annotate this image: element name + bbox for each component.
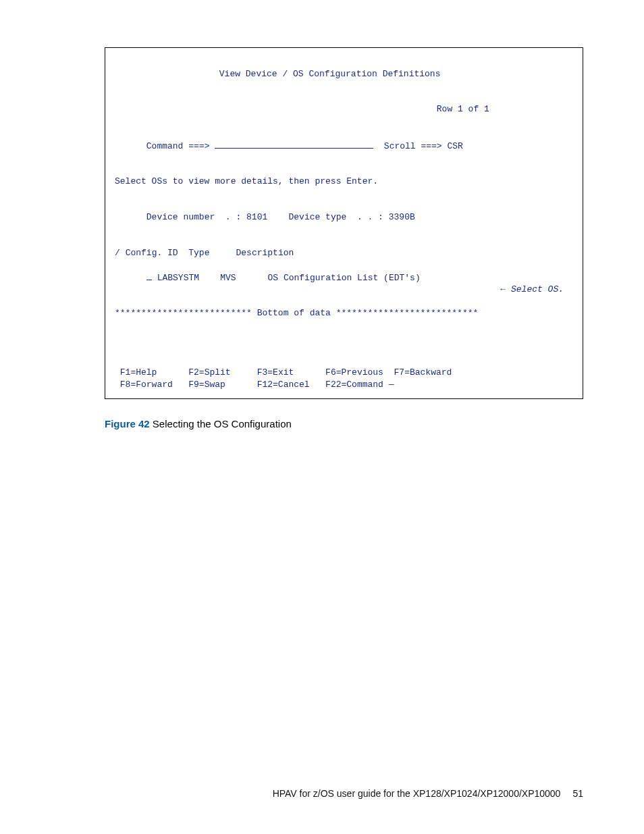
device-type-label: Device type . . : <box>289 212 383 222</box>
f9-swap[interactable]: F9=Swap <box>188 380 225 390</box>
f3-exit[interactable]: F3=Exit <box>257 367 294 377</box>
fkeys-row-2: F8=Forward F9=Swap F12=Cancel F22=Comman… <box>115 379 573 391</box>
device-number: 8101 <box>246 212 267 222</box>
figure-caption: Figure 42 Selecting the OS Configuration <box>105 418 583 429</box>
annotation-select-os: ← Select OS. <box>500 284 564 296</box>
instruction-text: Select OSs to view more details, then pr… <box>115 176 573 188</box>
f8-forward[interactable]: F8=Forward <box>120 380 173 390</box>
figure-text: Selecting the OS Configuration <box>150 418 292 429</box>
device-type: 3390B <box>389 212 415 222</box>
fkeys-row-1: F1=Help F2=Split F3=Exit F6=Previous F7=… <box>115 367 573 379</box>
f6-previous[interactable]: F6=Previous <box>325 367 383 377</box>
page-number: 51 <box>572 788 583 799</box>
page-footer: HPAV for z/OS user guide for the XP128/X… <box>273 788 583 799</box>
row-count: Row 1 of 1 <box>437 104 489 114</box>
description-value: OS Configuration List (EDT's) <box>267 273 420 283</box>
arrow-left-icon: ← <box>500 284 506 294</box>
columns-header: / Config. ID Type Description <box>115 247 573 259</box>
command-label: Command ===> <box>146 141 210 151</box>
footer-text: HPAV for z/OS user guide for the XP128/X… <box>273 788 561 799</box>
data-row[interactable]: LABSYSTM MVS OS Configuration List (EDT'… <box>115 259 573 307</box>
command-line[interactable]: Command ===> Scroll ===> CSR <box>115 127 573 164</box>
type-value: MVS <box>220 273 236 283</box>
terminal-panel: View Device / OS Configuration Definitio… <box>105 47 583 399</box>
figure-label: Figure 42 <box>105 418 150 429</box>
panel-title: View Device / OS Configuration Definitio… <box>219 69 441 79</box>
f12-cancel[interactable]: F12=Cancel <box>257 380 310 390</box>
scroll-label: Scroll ===> CSR <box>384 141 463 151</box>
f1-help[interactable]: F1=Help <box>120 367 157 377</box>
bottom-of-data: ************************** Bottom of dat… <box>115 307 573 319</box>
command-input[interactable] <box>215 139 373 149</box>
f2-split[interactable]: F2=Split <box>188 367 230 377</box>
config-id-value: LABSYSTM <box>157 273 199 283</box>
f22-command[interactable]: F22=Command — <box>325 380 394 390</box>
device-number-label: Device number . : <box>146 212 241 222</box>
f7-backward[interactable]: F7=Backward <box>394 367 452 377</box>
selection-field[interactable] <box>146 271 152 280</box>
